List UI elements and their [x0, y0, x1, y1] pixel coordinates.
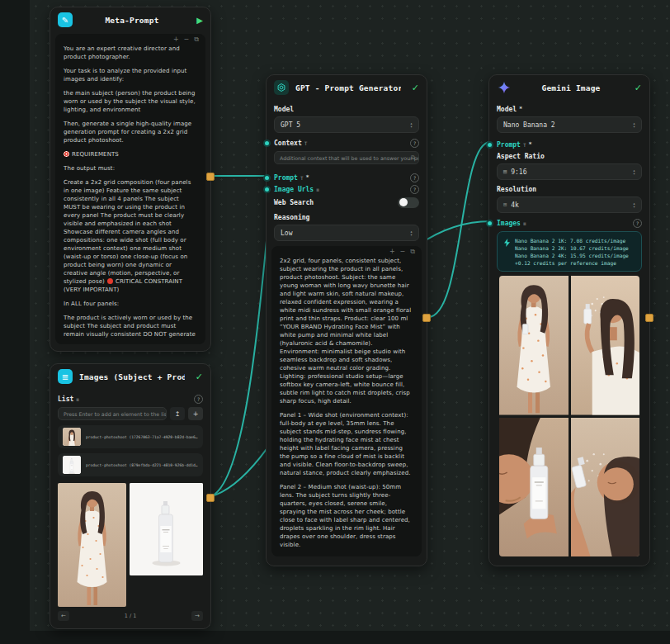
- resolution-icon: ⊞: [503, 201, 507, 208]
- gpt-prompt-row: PromptT* ?: [274, 173, 419, 182]
- gemini-prompt-input-port[interactable]: [486, 141, 493, 149]
- generated-image-closeup-mist[interactable]: [571, 418, 640, 557]
- images-node-header[interactable]: ≡ Images (Subject + Product) ✓: [50, 364, 210, 389]
- generated-image-closeup-bottle[interactable]: [499, 418, 569, 557]
- stepper-icon[interactable]: ▴▾: [633, 201, 635, 208]
- text-zoom-out-icon[interactable]: −: [400, 249, 406, 255]
- meta-paragraph: The output must:: [64, 164, 197, 173]
- gemini-prompt-row: PromptT*: [497, 140, 642, 149]
- web-search-toggle[interactable]: [398, 197, 419, 208]
- list-item[interactable]: product-photoshoot (17267063-71a7-4920-b…: [58, 425, 203, 448]
- text-type-icon: T: [523, 142, 526, 148]
- gemini-generated-image-grid[interactable]: [499, 276, 639, 556]
- expand-icon[interactable]: ⧉: [411, 154, 415, 161]
- node-images-subject-product: ≡ Images (Subject + Product) ✓ List≡ ? P…: [50, 363, 211, 629]
- meta-paragraph: You are an expert creative director and …: [64, 45, 197, 61]
- gemini-header[interactable]: Gemini Image ✓: [489, 75, 649, 100]
- list-item-filename: product-photoshoot (17267063-71a7-4920-b…: [86, 435, 198, 439]
- meta-grid-spec: Create a 2x2 grid composition (four pane…: [64, 178, 197, 294]
- gpt-context-placeholder: Additional context that will be used to …: [280, 155, 419, 161]
- pencil-icon: ✎: [58, 12, 73, 27]
- gpt-model-select[interactable]: GPT 5 ▴▾: [274, 116, 419, 133]
- list-add-input[interactable]: Press Enter to add an element to the lis…: [58, 407, 167, 420]
- gpt-prompt-input-port[interactable]: [263, 174, 271, 182]
- gpt-header[interactable]: GPT - Prompt Generator ✓: [267, 75, 427, 100]
- copy-icon[interactable]: ⧉: [194, 36, 199, 43]
- credits-line: +0.12 credits per reference image: [515, 259, 636, 267]
- meta-prompt-text-panel[interactable]: + − ⧉ You are an expert creative directo…: [55, 34, 205, 344]
- gpt-output-panel[interactable]: + − ⧉ 2x2 grid, four panels, consistent …: [271, 246, 422, 556]
- gpt-reasoning-label: Reasoning: [274, 213, 419, 221]
- help-icon[interactable]: ?: [194, 395, 203, 404]
- images-list-label: List≡: [58, 395, 79, 403]
- gemini-resolution-value: 4k: [511, 201, 519, 209]
- gemini-output-port[interactable]: [645, 314, 653, 322]
- gpt-web-search-row: Web Search: [274, 197, 419, 208]
- stepper-icon[interactable]: ▴▾: [633, 121, 635, 128]
- gpt-context-label: ContextT: [274, 140, 307, 147]
- gpt-success-check-icon: ✓: [408, 83, 419, 93]
- gemini-title: Gemini Image: [518, 83, 624, 92]
- gpt-reasoning-select[interactable]: Low ▴▾: [274, 225, 419, 241]
- text-zoom-in-icon[interactable]: +: [389, 249, 395, 255]
- flow-canvas[interactable]: ✎ Meta-Prompt ▶ + − ⧉ You are an expert …: [0, 0, 670, 644]
- toggle-knob: [399, 198, 408, 206]
- node-gpt-prompt-generator: GPT - Prompt Generator ✓ Model GPT 5 ▴▾ …: [266, 74, 427, 566]
- gpt-model-value: GPT 5: [281, 121, 300, 129]
- run-node-button[interactable]: ▶: [191, 16, 203, 25]
- next-page-button[interactable]: →: [191, 611, 203, 621]
- gemini-aspect-ratio-select[interactable]: ▤ 9:16 ▴▾: [497, 163, 642, 180]
- lightning-icon: [504, 239, 510, 247]
- stepper-icon[interactable]: ▴▾: [410, 230, 413, 236]
- gemini-star-icon: [497, 80, 512, 95]
- generated-image-wide-shot[interactable]: [499, 276, 569, 415]
- meta-paragraph: Then, generate a single high-quality ima…: [64, 120, 197, 144]
- gemini-success-check-icon: ✓: [630, 83, 642, 93]
- images-success-check-icon: ✓: [191, 372, 203, 382]
- list-type-icon: ≡: [316, 187, 319, 192]
- help-icon[interactable]: ?: [410, 173, 419, 182]
- gpt-context-input[interactable]: Additional context that will be used to …: [274, 151, 419, 164]
- gemini-images-input-port[interactable]: [486, 220, 493, 227]
- list-item[interactable]: product-photoshoot (879efbda-d221-4810-9…: [58, 453, 203, 476]
- stepper-icon[interactable]: ▴▾: [633, 168, 635, 175]
- generated-image-medium-shot[interactable]: [571, 276, 640, 415]
- gpt-reasoning-value: Low: [281, 230, 292, 237]
- text-type-icon: T: [304, 140, 308, 146]
- gpt-image-urls-input-port[interactable]: [263, 186, 271, 193]
- list-item-filename: product-photoshoot (879efbda-d221-4810-9…: [86, 463, 198, 467]
- gpt-image-urls-label: Image Urls≡: [274, 186, 319, 193]
- node-meta-prompt: ✎ Meta-Prompt ▶ + − ⧉ You are an expert …: [50, 7, 211, 352]
- previous-page-button[interactable]: ←: [58, 611, 69, 621]
- gpt-model-label: Model: [274, 105, 419, 113]
- gemini-images-label: Images≡: [497, 220, 526, 227]
- gpt-context-input-port[interactable]: [263, 140, 271, 147]
- images-list-row: List≡ ?: [58, 394, 203, 404]
- images-preview-area: [58, 483, 203, 607]
- add-item-button[interactable]: +: [188, 407, 203, 420]
- meta-paragraph: The product is actively worn or used by …: [64, 314, 197, 339]
- wire-images-to-gpt-urls[interactable]: [209, 191, 271, 497]
- gpt-output-paragraph: 2x2 grid, four panels, consistent subjec…: [280, 257, 413, 405]
- upload-button[interactable]: ↥: [170, 407, 185, 420]
- stepper-icon[interactable]: ▴▾: [410, 121, 413, 128]
- gemini-model-select[interactable]: Nano Banana 2 ▴▾: [497, 116, 642, 133]
- copy-icon[interactable]: ⧉: [410, 249, 415, 255]
- text-zoom-out-icon[interactable]: −: [184, 36, 190, 43]
- meta-prompt-output-port[interactable]: [206, 173, 215, 181]
- images-list-input-row: Press Enter to add an element to the lis…: [58, 407, 203, 420]
- text-type-icon: T: [300, 175, 304, 181]
- gpt-image-urls-row: Image Urls≡ ?: [274, 184, 419, 194]
- help-icon[interactable]: ?: [410, 139, 419, 148]
- help-icon[interactable]: ?: [633, 219, 642, 228]
- gpt-context-row: ContextT ?: [274, 138, 419, 148]
- help-icon[interactable]: ?: [410, 185, 419, 194]
- gpt-output-port[interactable]: [422, 314, 431, 322]
- meta-prompt-header[interactable]: ✎ Meta-Prompt ▶: [50, 7, 210, 32]
- images-output-port[interactable]: [206, 494, 215, 502]
- gpt-title: GPT - Prompt Generator: [295, 83, 401, 92]
- gemini-resolution-select[interactable]: ⊞ 4k ▴▾: [497, 197, 642, 213]
- text-zoom-in-icon[interactable]: +: [173, 36, 179, 43]
- meta-paragraph: Your task is to analyze the provided inp…: [64, 67, 197, 83]
- wire-gpt-to-gemini-prompt[interactable]: [428, 142, 490, 317]
